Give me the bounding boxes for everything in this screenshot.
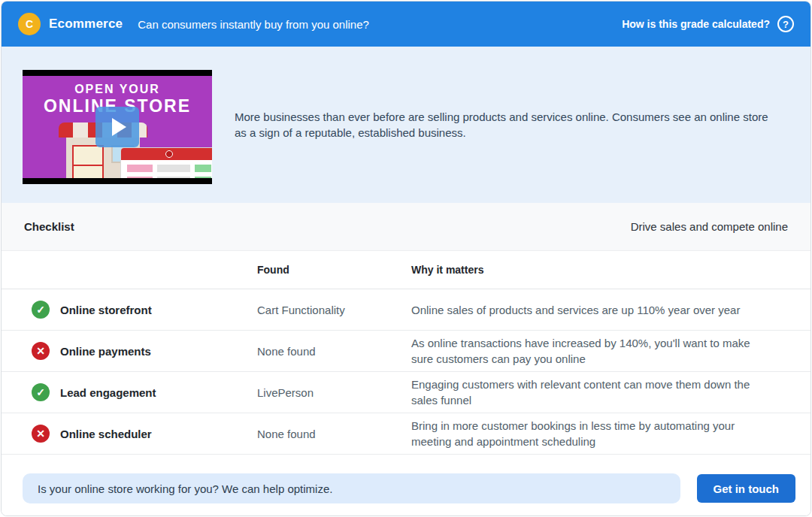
found-value: None found bbox=[257, 428, 411, 440]
column-header-found: Found bbox=[257, 264, 411, 276]
table-row: Online storefront Cart Functionality Onl… bbox=[2, 289, 810, 331]
checklist-title: Checklist bbox=[24, 220, 74, 233]
video-thumbnail[interactable]: OPEN YOUR ONLINE STORE bbox=[23, 70, 212, 184]
ecommerce-grade-card: C Ecommerce Can consumers instantly buy … bbox=[1, 1, 811, 516]
checklist-table: Found Why it matters Online storefront C… bbox=[2, 251, 810, 455]
x-icon bbox=[32, 425, 50, 443]
browser-bar-graphic bbox=[121, 148, 212, 160]
found-value: None found bbox=[257, 345, 411, 358]
grade-link-label[interactable]: How is this grade calculated? bbox=[622, 18, 770, 30]
header-bar: C Ecommerce Can consumers instantly buy … bbox=[2, 2, 810, 47]
why-it-matters-text: Engaging customers with relevant content… bbox=[411, 376, 789, 408]
found-value: LivePerson bbox=[257, 386, 411, 399]
column-header-why: Why it matters bbox=[411, 264, 789, 276]
table-row: Lead engagement LivePerson Engaging cust… bbox=[2, 372, 810, 413]
storefront-door-graphic bbox=[72, 145, 104, 178]
video-caption-line1: OPEN YOUR bbox=[23, 83, 212, 96]
section-description: More businesses than ever before are sel… bbox=[235, 109, 770, 141]
question-mark-circle-icon[interactable]: ? bbox=[777, 16, 794, 32]
table-header-row: Found Why it matters bbox=[2, 251, 810, 289]
get-in-touch-button[interactable]: Get in touch bbox=[697, 474, 796, 503]
x-icon bbox=[32, 342, 50, 360]
table-row: Online payments None found As online tra… bbox=[2, 331, 810, 372]
section-title: Ecommerce bbox=[49, 17, 123, 32]
optimize-callout: Is your online store working for you? We… bbox=[23, 473, 680, 503]
found-value: Cart Functionality bbox=[257, 304, 411, 316]
browser-graphic bbox=[121, 148, 212, 178]
why-it-matters-text: As online transactions have increased by… bbox=[411, 335, 789, 367]
table-row: Online scheduler None found Bring in mor… bbox=[2, 413, 810, 455]
grade-help-link[interactable]: How is this grade calculated? ? bbox=[622, 16, 794, 32]
checklist-header: Checklist Drive sales and compete online bbox=[2, 203, 810, 251]
intro-section: OPEN YOUR ONLINE STORE More businesses t… bbox=[2, 47, 810, 203]
grade-badge: C bbox=[18, 13, 41, 35]
check-icon bbox=[32, 383, 50, 401]
table-body: Online storefront Cart Functionality Onl… bbox=[2, 289, 810, 455]
check-icon bbox=[32, 301, 50, 319]
why-it-matters-text: Online sales of products and services ar… bbox=[411, 302, 789, 318]
footer-bar: Is your online store working for you? We… bbox=[2, 461, 810, 515]
why-it-matters-text: Bring in more customer bookings in less … bbox=[411, 418, 789, 449]
video-screen: OPEN YOUR ONLINE STORE bbox=[23, 76, 212, 178]
checklist-subtitle: Drive sales and compete online bbox=[631, 220, 788, 233]
header-question: Can consumers instantly buy from you onl… bbox=[138, 18, 369, 31]
play-icon[interactable] bbox=[95, 107, 139, 147]
